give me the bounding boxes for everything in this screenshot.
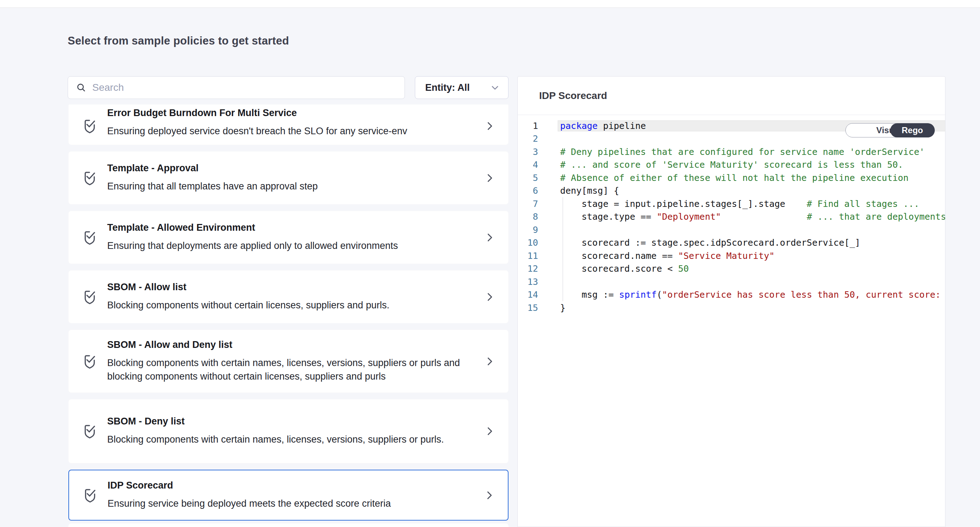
toggle-rego-option[interactable]: Rego <box>890 123 935 137</box>
indent-guide <box>563 197 563 301</box>
code-line[interactable]: 3# Deny pipelines that are configured fo… <box>518 145 945 158</box>
policy-card-text: Template - ApprovalEnsuring that all tem… <box>107 163 484 193</box>
editor-mode-toggle[interactable]: Visual Rego <box>845 123 934 137</box>
policy-shield-check-icon <box>81 287 98 307</box>
entity-filter-label: Entity: All <box>425 82 490 93</box>
next-card-top-edge <box>68 524 509 527</box>
policy-title: Template - Approval <box>107 163 473 174</box>
policy-card[interactable]: Template - ApprovalEnsuring that all tem… <box>68 151 509 204</box>
line-number: 11 <box>518 251 538 261</box>
chevron-right-icon <box>484 356 495 367</box>
policy-shield-check-icon <box>81 228 98 247</box>
code-line[interactable]: 9 <box>518 223 945 236</box>
panel-header: IDP Scorecard <box>518 76 945 115</box>
line-number: 8 <box>518 212 538 222</box>
code-line[interactable]: 15} <box>518 301 945 314</box>
policy-shield-check-icon <box>81 352 98 371</box>
line-number: 4 <box>518 159 538 170</box>
policy-card[interactable]: SBOM - Allow listBlocking components wit… <box>68 270 509 323</box>
code-line[interactable]: 12 scorecard.score < 50 <box>518 263 945 275</box>
code-text: stage.type == "Deployment" # ... that ar… <box>558 212 945 222</box>
policy-card-text: IDP ScorecardEnsuring service being depl… <box>108 480 484 511</box>
policy-title: Template - Allowed Environment <box>107 222 473 233</box>
policy-shield-check-icon <box>81 116 98 136</box>
code-line[interactable]: 10 scorecard := stage.spec.idpScorecard.… <box>518 236 945 250</box>
policy-card-text: Template - Allowed EnvironmentEnsuring t… <box>107 222 484 253</box>
line-number: 6 <box>518 186 538 196</box>
search-input[interactable] <box>92 82 397 93</box>
chevron-right-icon <box>484 425 495 437</box>
policy-description: Ensuring deployed service doesn't breach… <box>107 125 473 138</box>
code-text: scorecard.name == "Service Maturity" <box>558 251 945 261</box>
panel-title: IDP Scorecard <box>539 90 607 102</box>
policy-card[interactable]: SBOM - Deny listBlocking components with… <box>68 399 509 463</box>
line-number: 15 <box>518 303 538 313</box>
code-text: # Deny pipelines that are configured for… <box>558 147 945 157</box>
policy-card-text: SBOM - Allow listBlocking components wit… <box>107 282 484 312</box>
line-number: 3 <box>518 147 538 157</box>
policy-description: Ensuring that deployments are applied on… <box>107 239 473 253</box>
line-number: 14 <box>518 290 538 300</box>
search-box[interactable] <box>68 76 405 99</box>
code-text: msg := sprintf("orderService has score l… <box>558 290 945 300</box>
line-number: 5 <box>518 173 538 183</box>
code-lines: 1package pipeline23# Deny pipelines that… <box>518 119 945 314</box>
policy-shield-check-icon <box>81 421 98 441</box>
policy-card-text: SBOM - Deny listBlocking components with… <box>107 416 484 447</box>
code-editor[interactable]: 1package pipeline23# Deny pipelines that… <box>518 115 945 314</box>
policy-title: SBOM - Deny list <box>107 416 473 427</box>
code-text: scorecard := stage.spec.idpScorecard.ord… <box>558 237 945 248</box>
policy-title: SBOM - Allow and Deny list <box>107 339 473 350</box>
policy-card[interactable]: SBOM - Allow and Deny listBlocking compo… <box>68 330 509 393</box>
search-icon <box>76 82 86 93</box>
chevron-right-icon <box>484 291 495 303</box>
code-text: # ... and score of 'Service Maturity' sc… <box>558 159 945 170</box>
policy-title: Error Budget Burndown For Multi Service <box>107 108 473 119</box>
policy-description: Ensuring service being deployed meets th… <box>108 497 473 511</box>
code-text: stage = input.pipeline.stages[_].stage #… <box>558 199 945 209</box>
code-line[interactable]: 4# ... and score of 'Service Maturity' s… <box>518 158 945 172</box>
code-line[interactable]: 14 msg := sprintf("orderService has scor… <box>518 288 945 302</box>
code-line[interactable]: 6deny[msg] { <box>518 185 945 197</box>
line-number: 12 <box>518 263 538 274</box>
policy-description: Blocking components without certain lice… <box>107 299 473 312</box>
policy-shield-check-icon <box>81 168 98 188</box>
policy-title: IDP Scorecard <box>108 480 473 491</box>
line-number: 10 <box>518 237 538 248</box>
code-line[interactable]: 8 stage.type == "Deployment" # ... that … <box>518 210 945 224</box>
code-line[interactable]: 11 scorecard.name == "Service Maturity" <box>518 249 945 263</box>
policy-description: Blocking components with certain names, … <box>107 433 473 447</box>
line-number: 13 <box>518 277 538 287</box>
policy-description: Blocking components with certain names, … <box>107 357 473 384</box>
line-number: 9 <box>518 224 538 235</box>
code-text: deny[msg] { <box>558 186 945 196</box>
top-bar <box>0 0 980 8</box>
policy-description: Ensuring that all templates have an appr… <box>107 180 473 193</box>
code-text: } <box>558 303 945 313</box>
line-number: 2 <box>518 134 538 144</box>
entity-filter-dropdown[interactable]: Entity: All <box>415 76 509 99</box>
code-text: # Absence of either of these will not ha… <box>558 173 945 183</box>
policy-list: Error Budget Burndown For Multi ServiceE… <box>68 104 509 527</box>
line-number: 7 <box>518 199 538 209</box>
policy-card[interactable]: Template - Allowed EnvironmentEnsuring t… <box>68 211 509 264</box>
line-number: 1 <box>518 121 538 131</box>
policy-detail-panel: IDP Scorecard Visual Rego 1package pipel… <box>517 76 945 527</box>
policy-title: SBOM - Allow list <box>107 282 473 293</box>
chevron-right-icon <box>484 232 495 243</box>
policy-shield-check-icon <box>82 486 98 505</box>
code-line[interactable]: 13 <box>518 275 945 288</box>
chevron-down-icon <box>490 82 500 93</box>
code-text: scorecard.score < 50 <box>558 263 945 274</box>
chevron-right-icon <box>484 490 495 501</box>
policy-card[interactable]: IDP ScorecardEnsuring service being depl… <box>68 470 509 521</box>
policy-card-text: SBOM - Allow and Deny listBlocking compo… <box>107 339 484 384</box>
policy-card[interactable]: Error Budget Burndown For Multi ServiceE… <box>68 104 509 145</box>
chevron-right-icon <box>484 172 495 184</box>
policy-card-text: Error Budget Burndown For Multi ServiceE… <box>107 108 484 138</box>
code-line[interactable]: 7 stage = input.pipeline.stages[_].stage… <box>518 197 945 210</box>
page-title: Select from sample policies to get start… <box>68 35 289 47</box>
code-line[interactable]: 5# Absence of either of these will not h… <box>518 171 945 185</box>
chevron-right-icon <box>484 120 495 132</box>
